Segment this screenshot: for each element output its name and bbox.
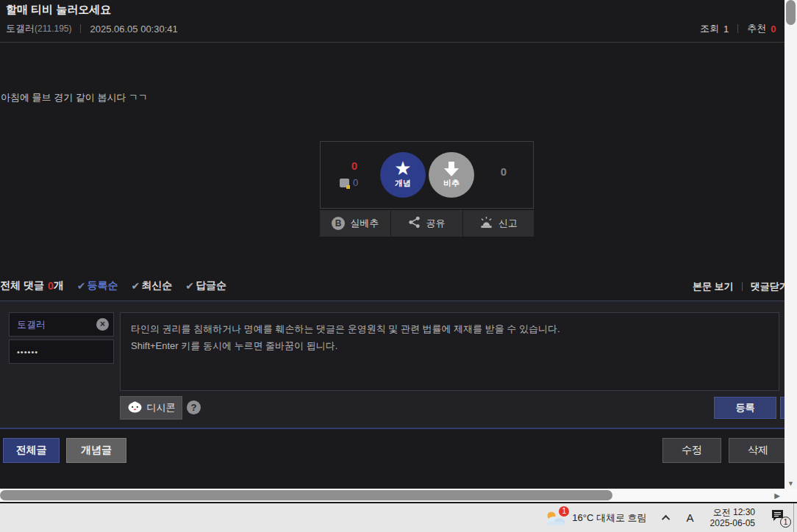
action-center-button[interactable]: 1 — [764, 503, 793, 532]
post-date: 2025.06.05 00:30:41 — [90, 24, 177, 35]
comment-write-area: × 타인의 권리를 침해하거나 명예를 훼손하는 댓글은 운영원칙 및 관련 법… — [0, 301, 785, 428]
view-post-link[interactable]: 본문 보기 — [693, 280, 734, 293]
vertical-scrollbar[interactable]: ▼ — [785, 0, 797, 489]
comment-header: 전체 댓글 0 개 ✔ 등록순 ✔ 최신순 ✔ 답글순 — [0, 279, 226, 292]
close-comments-link[interactable]: 댓글닫기 — [751, 280, 789, 293]
check-icon: ✔ — [77, 280, 86, 292]
check-icon: ✔ — [131, 280, 140, 292]
dccon-button[interactable]: 디시콘 — [120, 396, 182, 420]
section-divider — [0, 428, 785, 429]
taskbar-weather-widget[interactable]: 1 16°C 대체로 흐림 — [537, 503, 654, 532]
comment-placeholder-line2: Shift+Enter 키를 동시에 누르면 줄바꿈이 됩니다. — [131, 337, 768, 354]
weather-cloud-icon: 1 — [544, 509, 566, 527]
likes-label: 추천 — [747, 22, 766, 35]
siren-icon — [479, 216, 493, 231]
sort-newest[interactable]: ✔ 최신순 — [131, 279, 172, 292]
edit-button[interactable]: 수정 — [662, 438, 721, 463]
dice-icon — [340, 179, 349, 187]
post-meta: 토갤러 (211.195) 2025.06.05 00:30:41 — [6, 22, 178, 35]
all-posts-button[interactable]: 전체글 — [3, 438, 60, 463]
scrollbar-corner — [785, 489, 797, 502]
post-author: 토갤러 — [6, 22, 35, 35]
comment-count-suffix: 개 — [54, 279, 64, 292]
horizontal-scrollbar-thumb[interactable] — [0, 490, 612, 500]
notification-count-badge: 1 — [780, 517, 791, 528]
comment-textarea[interactable]: 타인의 권리를 침해하거나 명예를 훼손하는 댓글은 운영원칙 및 관련 법률에… — [120, 312, 779, 391]
meta-divider — [80, 24, 81, 33]
taskbar-clock[interactable]: 오전 12:30 2025-06-05 — [701, 507, 764, 529]
share-button[interactable]: 공유 — [390, 210, 462, 237]
clock-date: 2025-06-05 — [710, 518, 755, 529]
scroll-down-arrow[interactable]: ▼ — [785, 480, 797, 487]
downvote-label: 비추 — [443, 178, 460, 189]
sort-registered[interactable]: ✔ 등록순 — [77, 279, 118, 292]
password-input[interactable] — [9, 339, 114, 364]
likes-count: 0 — [771, 24, 776, 35]
weather-alert-badge: 1 — [559, 506, 569, 517]
chevron-up-icon — [662, 514, 670, 522]
weather-text: 16°C 대체로 흐림 — [572, 511, 646, 525]
clear-nickname-button[interactable]: × — [96, 318, 109, 331]
comment-placeholder-line1: 타인의 권리를 침해하거나 명예를 훼손하는 댓글은 운영원칙 및 관련 법률에… — [131, 320, 768, 337]
horizontal-scrollbar[interactable]: ▶ — [0, 489, 785, 502]
hidden-icons-button[interactable] — [654, 503, 679, 532]
share-icon — [408, 216, 421, 231]
report-button[interactable]: 신고 — [462, 210, 534, 237]
divider — [742, 282, 743, 291]
vote-action-bar: B 실베추 공유 신고 — [320, 210, 534, 237]
post-title: 할매 티비 눌러오세요 — [6, 3, 111, 17]
comment-submit-button[interactable]: 등록 — [714, 397, 776, 419]
views-count: 1 — [723, 24, 729, 35]
ime-indicator[interactable]: A — [679, 503, 701, 532]
sort-replies[interactable]: ✔ 답글순 — [185, 279, 226, 292]
b-badge-icon: B — [332, 217, 345, 230]
scroll-right-arrow[interactable]: ▶ — [774, 492, 780, 500]
concept-posts-button[interactable]: 개념글 — [66, 438, 126, 463]
upvote-count: 0 — [347, 159, 362, 172]
show-desktop-button[interactable] — [793, 503, 797, 532]
vertical-scrollbar-thumb[interactable] — [786, 0, 796, 25]
clock-time: 오전 12:30 — [710, 507, 755, 518]
dccon-mascot-icon — [127, 400, 143, 415]
comment-header-right: 본문 보기 댓글닫기 — [693, 280, 789, 293]
downvote-count: 0 — [501, 165, 507, 178]
views-label: 조회 — [700, 22, 719, 35]
downvote-button[interactable]: 비추 — [429, 152, 474, 198]
meta-divider — [737, 24, 738, 33]
post-stats: 조회 1 추천 0 — [700, 22, 776, 35]
upvote-label: 개념 — [395, 178, 411, 189]
comment-total-label: 전체 댓글 — [0, 279, 44, 292]
windows-taskbar: 1 16°C 대체로 흐림 A 오전 12:30 2025-06-05 — [0, 502, 797, 532]
help-button[interactable]: ? — [187, 400, 201, 414]
comment-count: 0 — [48, 280, 54, 292]
post-author-ip: (211.195) — [35, 24, 71, 34]
check-icon: ✔ — [185, 280, 194, 292]
browser-viewport: 할매 티비 눌러오세요 토갤러 (211.195) 2025.06.05 00:… — [0, 0, 797, 532]
upvote-button[interactable]: ★ 개념 — [380, 152, 426, 198]
vote-box: 0 0 ★ 개념 비추 0 — [320, 141, 534, 209]
realtime-best-button[interactable]: B 실베추 — [320, 210, 390, 237]
post-body: 아침에 믈브 경기 같이 봅시다 ㄱㄱ — [1, 91, 148, 104]
header-divider — [0, 42, 785, 43]
star-icon: ★ — [394, 159, 411, 178]
delete-button[interactable]: 삭제 — [729, 438, 787, 463]
fixed-nick-vote-count: 0 — [340, 177, 358, 188]
